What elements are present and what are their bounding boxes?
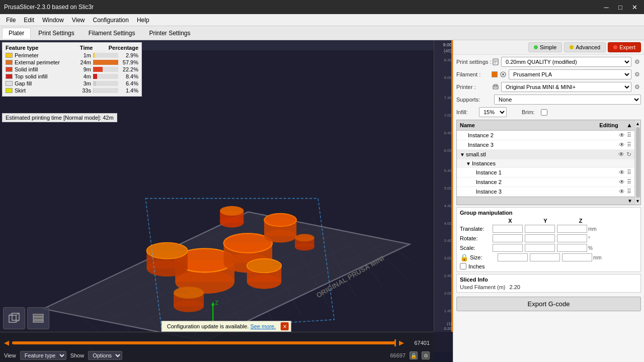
view-3d-button[interactable]	[3, 307, 25, 329]
instance3-top-edit-icon[interactable]: ⠿	[627, 141, 631, 148]
filament-gear[interactable]: ⚙	[633, 70, 641, 78]
printer-row: Printer : Original Prusa MINI & MINI+ ⚙	[456, 82, 641, 92]
size-x-input[interactable]: 72.45	[498, 253, 528, 261]
instances-collapse-arrow[interactable]: ▼	[466, 161, 471, 166]
view-mode-select[interactable]: Feature type	[20, 351, 66, 360]
instance1-edit-icon[interactable]: ⠿	[627, 169, 631, 176]
infill-select[interactable]: 15% 5%10%20%25%	[479, 107, 507, 117]
list-collapse-bottom[interactable]: ▼	[627, 198, 632, 204]
menu-file[interactable]: File	[2, 16, 20, 25]
instances-group-row[interactable]: ▼ Instances	[457, 159, 634, 168]
group-manip-title: Group manipulation	[460, 210, 637, 216]
advanced-dot	[570, 45, 574, 49]
translate-y-input[interactable]: 0	[525, 225, 555, 233]
rotate-y-input[interactable]: 0	[525, 234, 555, 242]
tab-plater[interactable]: Plater	[2, 28, 31, 39]
menu-window[interactable]: Window	[38, 16, 68, 25]
ruler-top-count: (45)	[444, 48, 452, 53]
scale-x-input[interactable]: 100	[493, 244, 523, 252]
print-settings-select[interactable]: 0.20mm QUALITY (modified)	[501, 57, 631, 67]
rotate-x-input[interactable]: 0	[493, 234, 523, 242]
simple-label: Simple	[540, 44, 557, 50]
slider-left-arrow[interactable]: ◀	[4, 339, 9, 346]
export-gcode-button[interactable]: Export G-code	[456, 297, 641, 311]
menu-edit[interactable]: Edit	[20, 16, 38, 25]
instance2-edit-icon[interactable]: ⠿	[627, 178, 631, 186]
scroll-thumb[interactable]	[636, 127, 640, 198]
instance3-eye-icon[interactable]: 👁	[619, 188, 625, 195]
close-button[interactable]: ✕	[629, 3, 640, 12]
tab-filament-settings[interactable]: Filament Settings	[82, 28, 142, 39]
axis-z-header: Z	[563, 218, 598, 224]
scale-z-input[interactable]: 100	[557, 244, 587, 252]
instance2-eye-icon[interactable]: 👁	[619, 178, 625, 186]
lock-layer-button[interactable]: 🔒	[410, 351, 418, 359]
printer-gear[interactable]: ⚙	[633, 83, 641, 91]
maximize-button[interactable]: □	[615, 3, 626, 12]
small-stl-collapse-arrow[interactable]: ▼	[460, 152, 465, 157]
tab-printer-settings[interactable]: Printer Settings	[142, 28, 197, 39]
instance3-edit-icon[interactable]: ⠿	[627, 188, 631, 195]
brim-checkbox[interactable]	[541, 109, 547, 116]
instance2-top-row[interactable]: Instance 2 👁 ⠿	[457, 131, 634, 140]
instance2-top-eye-icon[interactable]: 👁	[619, 132, 625, 139]
layer-min-value: 66697	[390, 352, 406, 358]
layer-slider[interactable]	[12, 341, 396, 344]
instance3-name: Instance 3	[476, 189, 596, 195]
small-stl-settings-icon[interactable]: ↻	[626, 151, 631, 158]
print-settings-gear[interactable]: ⚙	[633, 58, 641, 66]
printer-select[interactable]: Original Prusa MINI & MINI+	[501, 82, 631, 92]
slider-right-arrow[interactable]: ▶	[399, 339, 404, 346]
mode-advanced-button[interactable]: Advanced	[564, 42, 606, 52]
notification-close-button[interactable]: ✕	[281, 322, 289, 330]
inches-checkbox[interactable]	[460, 263, 466, 269]
scroll-up-arrow[interactable]: ▲	[635, 121, 640, 126]
instance1-name: Instance 1	[476, 169, 596, 175]
instance2-top-edit-icon[interactable]: ⠿	[627, 132, 631, 139]
list-collapse-top[interactable]: ▲	[626, 122, 631, 129]
settings-layer-button[interactable]: ⚙	[422, 351, 430, 359]
translate-z-input[interactable]: 0	[557, 225, 587, 233]
instance1-eye-icon[interactable]: 👁	[619, 169, 625, 176]
menu-help[interactable]: Help	[133, 16, 153, 25]
mode-simple-button[interactable]: Simple	[528, 42, 562, 52]
svg-rect-65	[12, 313, 19, 320]
used-filament-row: Used Filament (m) 2.20	[460, 284, 637, 290]
instance2-row[interactable]: Instance 2 👁 ⠿	[457, 177, 634, 187]
top-solid-time: 4m	[77, 73, 91, 79]
instance3-top-row[interactable]: Instance 3 👁 ⠿	[457, 140, 634, 150]
translate-x-input[interactable]: 0	[493, 225, 523, 233]
instance1-row[interactable]: Instance 1 👁 ⠿	[457, 168, 634, 177]
rotate-z-input[interactable]: 0	[557, 234, 587, 242]
menu-view[interactable]: View	[68, 16, 89, 25]
legend-col-pct: Percentage	[97, 45, 138, 51]
supports-select[interactable]: None Everywhere Support on build plate o…	[494, 95, 641, 105]
notification-bar: Configuration update is available. See m…	[162, 321, 291, 332]
viewport[interactable]: ORIGINAL PRUSA MINI	[0, 40, 453, 362]
skirt-label: Skirt	[15, 87, 75, 94]
instance3-row[interactable]: Instance 3 👁 ⠿	[457, 187, 634, 197]
tab-print-settings[interactable]: Print Settings	[32, 28, 80, 39]
lock-icon[interactable]: 🔒	[460, 253, 468, 261]
small-stl-row[interactable]: ▼ small.stl 👁 ↻	[457, 150, 634, 159]
object-list-scrollbar[interactable]: ▲ ▼	[634, 120, 640, 205]
size-z-input[interactable]: 9	[562, 253, 592, 261]
mode-expert-button[interactable]: Expert	[608, 42, 641, 52]
sliced-info-title: Sliced Info	[460, 277, 637, 283]
instance3-top-eye-icon[interactable]: 👁	[619, 141, 625, 148]
show-options-select[interactable]: Options	[88, 351, 122, 360]
scroll-down-arrow[interactable]: ▼	[635, 199, 640, 204]
skirt-pct: 1.4%	[120, 87, 138, 94]
axes-header: X Y Z	[460, 218, 637, 224]
ext-perimeter-time: 24m	[77, 59, 91, 65]
ext-perimeter-label: External perimeter	[15, 59, 75, 65]
notification-link[interactable]: See more.	[250, 323, 276, 329]
size-y-input[interactable]: 93.78	[530, 253, 560, 261]
filament-select[interactable]: Prusament PLA	[509, 69, 631, 79]
minimize-button[interactable]: ─	[601, 3, 612, 12]
object-list-container: Name Editing ▲ Instance 2 👁 ⠿	[456, 120, 641, 205]
scale-y-input[interactable]: 100	[525, 244, 555, 252]
small-stl-eye-icon[interactable]: 👁	[618, 151, 624, 158]
view-layer-button[interactable]	[27, 307, 49, 329]
menu-configuration[interactable]: Configuration	[89, 16, 133, 25]
